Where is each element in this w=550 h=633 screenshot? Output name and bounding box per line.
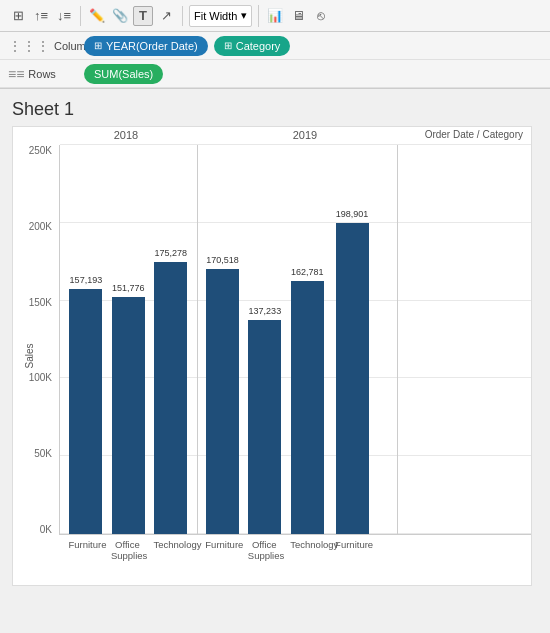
fit-width-dropdown[interactable]: Fit Width ▾: [189, 5, 252, 27]
bar-value-2019-technology: 162,781: [291, 267, 324, 277]
sheet-title: Sheet 1: [12, 99, 538, 120]
y-label-250k: 250K: [29, 145, 52, 156]
y-label-200k: 200K: [29, 221, 52, 232]
y-label-0k: 0K: [40, 524, 52, 535]
rows-label: ≡≡ Rows: [8, 66, 78, 82]
year-separator-2018-2019: [197, 145, 198, 534]
text-icon[interactable]: T: [133, 6, 153, 26]
y-label-150k: 150K: [29, 297, 52, 308]
grid-line-80: [60, 222, 531, 223]
sort-desc-icon[interactable]: ↓≡: [54, 6, 74, 26]
columns-shelf: ⋮⋮⋮ Columns ⊞ YEAR(Order Date) ⊞ Categor…: [0, 32, 550, 60]
pen-icon[interactable]: ✏️: [87, 6, 107, 26]
year-order-date-pill[interactable]: ⊞ YEAR(Order Date): [84, 36, 208, 56]
share-icon[interactable]: ⎋: [311, 6, 331, 26]
toolbar-group-sort: ⊞ ↑≡ ↓≡: [8, 6, 81, 26]
bar-value-2019-furniture: 170,518: [206, 255, 239, 265]
bar-2018-technology[interactable]: 175,278: [154, 262, 187, 534]
toolbar-group-chart: 📊 🖥 ⎋: [265, 6, 337, 26]
shelf-area: ⋮⋮⋮ Columns ⊞ YEAR(Order Date) ⊞ Categor…: [0, 32, 550, 89]
x-label-2019-technology: Technology: [290, 539, 323, 550]
main-content: Sheet 1 Order Date / Category Sales 0K 5…: [0, 89, 550, 596]
chart-container: Order Date / Category Sales 0K 50K 100K …: [12, 126, 532, 586]
bar-2018-furniture[interactable]: 157,193: [69, 289, 102, 534]
bar-value-2018-technology: 175,278: [154, 248, 187, 258]
grid-icon[interactable]: ⊞: [8, 6, 28, 26]
grid-line-100: [60, 144, 531, 145]
y-label-100k: 100K: [29, 372, 52, 383]
toolbar-group-format: ✏️ 📎 T ↗: [87, 6, 183, 26]
bar-2019-office-supplies[interactable]: 137,233: [248, 320, 281, 534]
x-axis-labels: Furniture OfficeSupplies Technology Furn…: [59, 535, 531, 585]
y-axis: 0K 50K 100K 150K 200K 250K: [13, 145, 58, 535]
paperclip-icon[interactable]: 📎: [110, 6, 130, 26]
toolbar-group-fit: Fit Width ▾: [189, 5, 259, 27]
year-separator-2019-2020: [397, 145, 398, 534]
x-label-2018-office-supplies: OfficeSupplies: [111, 539, 144, 562]
chart-icon[interactable]: 📊: [265, 6, 285, 26]
plot-area: 2018 2019 157,193 151,776 175,278 170,51…: [59, 145, 531, 535]
x-label-2019-furniture: Furniture: [205, 539, 238, 550]
monitor-icon[interactable]: 🖥: [288, 6, 308, 26]
year-2019-label: 2019: [293, 129, 317, 141]
x-label-2018-technology: Technology: [153, 539, 186, 550]
chart-header-label: Order Date / Category: [425, 129, 523, 140]
toolbar: ⊞ ↑≡ ↓≡ ✏️ 📎 T ↗ Fit Width ▾ 📊 🖥 ⎋: [0, 0, 550, 32]
y-label-50k: 50K: [34, 448, 52, 459]
pointer-icon[interactable]: ↗: [156, 6, 176, 26]
rows-shelf: ≡≡ Rows SUM(Sales): [0, 60, 550, 88]
category-pill[interactable]: ⊞ Category: [214, 36, 291, 56]
bar-value-2020-furniture: 198,901: [336, 209, 369, 219]
bar-2019-furniture[interactable]: 170,518: [206, 269, 239, 534]
bar-value-2019-office-supplies: 137,233: [249, 306, 282, 316]
fit-width-label: Fit Width: [194, 10, 237, 22]
x-label-2018-furniture: Furniture: [68, 539, 101, 550]
x-label-2019-office-supplies: OfficeSupplies: [248, 539, 281, 562]
bar-2019-technology[interactable]: 162,781: [291, 281, 324, 534]
x-label-2020-furniture: Furniture: [335, 539, 368, 550]
sort-asc-icon[interactable]: ↑≡: [31, 6, 51, 26]
sum-sales-pill[interactable]: SUM(Sales): [84, 64, 163, 84]
bar-value-2018-furniture: 157,193: [70, 275, 103, 285]
columns-label: ⋮⋮⋮ Columns: [8, 38, 78, 54]
bar-2018-office-supplies[interactable]: 151,776: [112, 297, 145, 534]
year-2018-label: 2018: [114, 129, 138, 141]
bar-value-2018-office-supplies: 151,776: [112, 283, 145, 293]
bar-2020-furniture[interactable]: 198,901: [336, 223, 369, 534]
dropdown-arrow-icon: ▾: [241, 9, 247, 22]
